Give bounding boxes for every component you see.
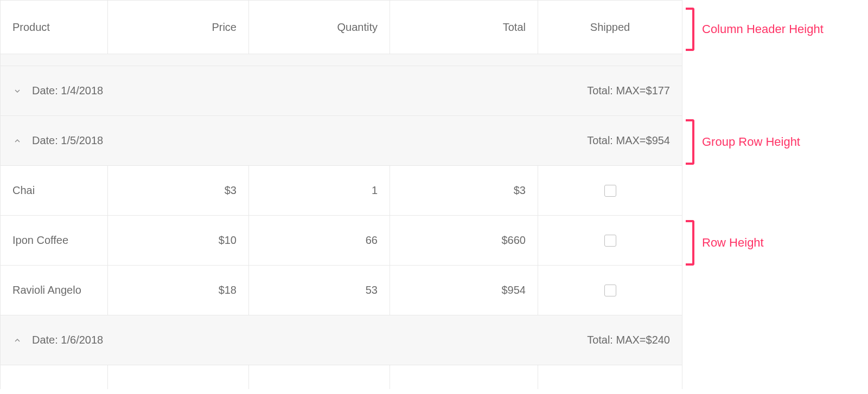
chevron-up-icon[interactable] — [12, 136, 22, 146]
cell-quantity: 53 — [249, 266, 390, 315]
bracket-icon — [686, 220, 694, 266]
cell-price: $10 — [108, 216, 249, 265]
annotation-label: Column Header Height — [702, 22, 824, 36]
cell-quantity: 66 — [249, 216, 390, 265]
column-header-row: Product Price Quantity Total Shipped — [1, 1, 682, 54]
annotation-header-height: Column Header Height — [682, 8, 824, 51]
column-header-quantity[interactable]: Quantity — [249, 1, 390, 54]
annotation-label: Group Row Height — [702, 135, 800, 149]
cell-price: $18 — [108, 266, 249, 315]
shipped-checkbox[interactable] — [604, 285, 616, 296]
table-row[interactable]: Ravioli Angelo $18 53 $954 — [1, 266, 682, 315]
column-header-shipped[interactable]: Shipped — [538, 1, 682, 54]
group-label: Date: 1/4/2018 — [32, 85, 103, 97]
group-row[interactable]: Date: 1/5/2018 Total: MAX=$954 — [1, 116, 682, 166]
group-label: Date: 1/6/2018 — [32, 334, 103, 346]
group-header-spacer — [1, 54, 682, 66]
cell-product: Chai — [1, 166, 108, 215]
cell-quantity: 1 — [249, 166, 390, 215]
cell-product: Ipon Coffee — [1, 216, 108, 265]
cell-price — [108, 365, 249, 389]
cell-shipped — [538, 216, 682, 265]
cell-total — [390, 365, 538, 389]
cell-quantity — [249, 365, 390, 389]
column-header-price[interactable]: Price — [108, 1, 249, 54]
cell-total: $3 — [390, 166, 538, 215]
cell-shipped — [538, 365, 682, 389]
chevron-up-icon[interactable] — [12, 335, 22, 345]
cell-shipped — [538, 266, 682, 315]
shipped-checkbox[interactable] — [604, 185, 616, 197]
cell-shipped — [538, 166, 682, 215]
group-row[interactable]: Date: 1/4/2018 Total: MAX=$177 — [1, 66, 682, 116]
cell-product — [1, 365, 108, 389]
annotation-label: Row Height — [702, 236, 764, 250]
table-row[interactable]: Chai $3 1 $3 — [1, 166, 682, 216]
bracket-icon — [686, 8, 694, 51]
group-row[interactable]: Date: 1/6/2018 Total: MAX=$240 — [1, 315, 682, 365]
table-row[interactable]: Ipon Coffee $10 66 $660 — [1, 216, 682, 266]
chevron-down-icon[interactable] — [12, 86, 22, 96]
column-header-product[interactable]: Product — [1, 1, 108, 54]
cell-total: $954 — [390, 266, 538, 315]
annotation-group-row-height: Group Row Height — [682, 119, 800, 165]
cell-product: Ravioli Angelo — [1, 266, 108, 315]
data-grid: Product Price Quantity Total Shipped Dat… — [0, 0, 682, 389]
table-row[interactable] — [1, 365, 682, 389]
group-summary: Total: MAX=$240 — [587, 334, 670, 346]
bracket-icon — [686, 119, 694, 165]
group-label: Date: 1/5/2018 — [32, 134, 103, 147]
group-summary: Total: MAX=$177 — [587, 85, 670, 97]
cell-price: $3 — [108, 166, 249, 215]
shipped-checkbox[interactable] — [604, 235, 616, 247]
column-header-total[interactable]: Total — [390, 1, 538, 54]
annotation-row-height: Row Height — [682, 220, 764, 266]
cell-total: $660 — [390, 216, 538, 265]
group-summary: Total: MAX=$954 — [587, 134, 670, 147]
